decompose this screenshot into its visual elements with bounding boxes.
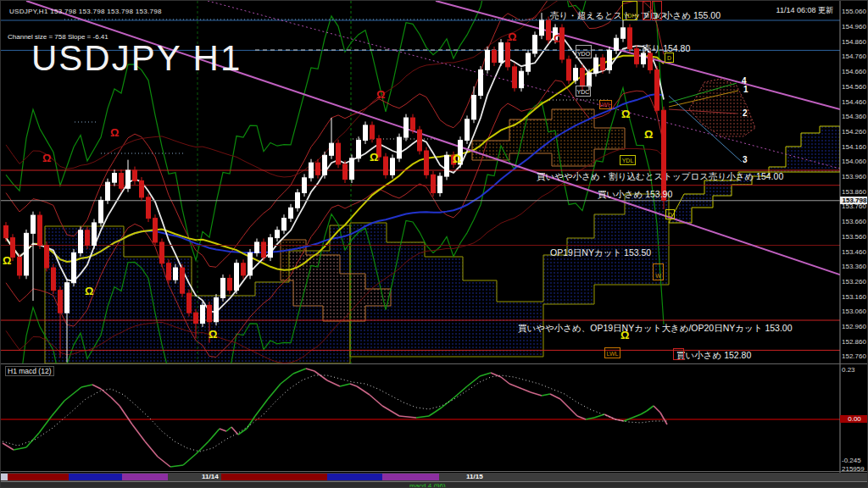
current-price-tag: 153.798 bbox=[840, 197, 868, 204]
omega-signal-icon: Ω bbox=[85, 286, 93, 297]
date-label: 11/14 bbox=[202, 473, 219, 480]
omega-signal-icon: Ω bbox=[554, 33, 562, 44]
ribbon-segment bbox=[69, 474, 122, 480]
fan-line-number: 2 bbox=[743, 108, 748, 118]
omega-signal-icon: Ω bbox=[621, 108, 630, 119]
price-tick-label: 154.860 bbox=[842, 38, 867, 46]
trend-ribbon-bar: 11/1411/15 bbox=[1, 473, 868, 481]
price-tick-label: 153.960 bbox=[842, 173, 867, 180]
price-tick-label: 153.260 bbox=[842, 278, 867, 286]
pivot-box-M[interactable]: M bbox=[643, 1, 651, 20]
price-tick-label: 153.160 bbox=[842, 293, 867, 301]
ribbon-segment bbox=[221, 474, 327, 480]
op19-label: OP19日NYカット 153.50 bbox=[550, 247, 651, 259]
pivot-box-mark[interactable] bbox=[673, 348, 684, 360]
ribbon-segment bbox=[8, 474, 69, 480]
omega-signal-icon: Ω bbox=[508, 31, 516, 42]
price-tick-label: 152.860 bbox=[842, 338, 867, 346]
price-tick-label: 153.060 bbox=[842, 308, 867, 315]
pivot-box-YDH[interactable]: YDH bbox=[622, 1, 637, 20]
price-tick-label: 153.460 bbox=[842, 248, 867, 256]
ribbon-segment bbox=[327, 474, 382, 480]
ribbon-segment bbox=[122, 474, 168, 480]
pivot-box-YDL[interactable]: YDL bbox=[620, 155, 636, 165]
pivot-box-D[interactable]: D bbox=[665, 53, 674, 63]
symbol-ohlc-readout: USDJPY,H1 153.798 153.798 153.798 153.79… bbox=[9, 8, 162, 15]
pivot-box-LWH[interactable]: LWH bbox=[599, 100, 612, 109]
price-tick-label: 154.960 bbox=[842, 23, 867, 30]
time-axis-bar[interactable]: macd 4 (96) bbox=[1, 481, 868, 488]
price-tick-label: 154.460 bbox=[842, 98, 867, 106]
price-tick-label: 154.260 bbox=[842, 128, 867, 136]
pivot-box-D[interactable]: D bbox=[665, 209, 675, 219]
ribbon-segment bbox=[382, 474, 439, 480]
price-tick-label: 153.560 bbox=[842, 233, 867, 241]
buy-15280-label: 買い小さめ 152.80 bbox=[676, 350, 751, 362]
omega-signal-icon: Ω bbox=[453, 153, 461, 164]
price-tick-label: 154.760 bbox=[842, 53, 867, 60]
price-tick-label: 154.360 bbox=[842, 113, 867, 120]
last-updated-timestamp: 11/14 06:08 更新 bbox=[776, 5, 833, 16]
pane-separator-bottom[interactable] bbox=[1, 471, 868, 472]
pivot-box-LWL[interactable]: LWL bbox=[604, 347, 620, 358]
omega-signal-icon: Ω bbox=[376, 89, 385, 100]
macd-indicator-label: H1 macd (12) bbox=[5, 366, 54, 376]
trading-chart-window: USDJPY,H1 153.798 153.798 153.798 153.79… bbox=[0, 0, 868, 488]
price-tick-label: 152.960 bbox=[842, 323, 867, 330]
price-tick-label: 153.860 bbox=[842, 188, 867, 196]
price-tick-label: 153.660 bbox=[842, 218, 867, 225]
buy-154-label: 買いやや小さめ・割り込むとストップロス売り小さめ 154.00 bbox=[537, 171, 783, 183]
pivot-box-W[interactable]: W bbox=[653, 263, 664, 280]
price-tick-label: 155.060 bbox=[842, 8, 867, 15]
macd-top-value: 0.23 bbox=[842, 366, 867, 374]
omega-signal-icon: Ω bbox=[3, 255, 11, 266]
omega-signal-icon: Ω bbox=[644, 129, 653, 140]
date-label: 11/15 bbox=[466, 473, 483, 480]
macd-zero-tag: 0.00 bbox=[840, 415, 868, 423]
price-tick-label: 153.760 bbox=[842, 202, 867, 210]
price-tick-label: 154.560 bbox=[842, 83, 867, 91]
macd-bottom-value: -0.245 bbox=[842, 457, 867, 464]
price-tick-label: 154.660 bbox=[842, 68, 867, 75]
price-tick-label: 154.160 bbox=[842, 143, 867, 151]
pivot-box-W[interactable]: W bbox=[652, 1, 662, 20]
ribbon-indicator-text: macd 4 (96) bbox=[409, 482, 446, 488]
buy-153-label: 買いやや小さめ、OP19日NYカット大きめ/OP20日NYカット 153.00 bbox=[518, 323, 793, 335]
omega-signal-icon: Ω bbox=[620, 330, 629, 341]
omega-signal-icon: Ω bbox=[110, 127, 119, 138]
omega-signal-icon: Ω bbox=[209, 329, 217, 340]
pivot-box-YDC[interactable]: YDC bbox=[576, 86, 591, 97]
omega-signal-icon: Ω bbox=[370, 152, 378, 163]
pivot-box-YDO[interactable]: YDO bbox=[576, 45, 592, 58]
price-tick-label: 153.360 bbox=[842, 263, 867, 270]
fan-line-number: 1 bbox=[743, 85, 748, 94]
fan-line-number: 3 bbox=[743, 155, 748, 164]
price-tick-label: 152.760 bbox=[842, 352, 867, 360]
buy-15390-label: 買い小さめ 153.90 bbox=[598, 189, 672, 201]
pane-separator-top[interactable] bbox=[1, 363, 868, 364]
sell-155-price: 小さめ 155.00 bbox=[664, 10, 721, 22]
omega-signal-icon: Ω bbox=[42, 152, 51, 164]
ribbon-segment bbox=[1, 474, 8, 480]
page-title: USDJPY H1 bbox=[31, 38, 242, 79]
price-tick-label: 154.060 bbox=[842, 158, 867, 165]
